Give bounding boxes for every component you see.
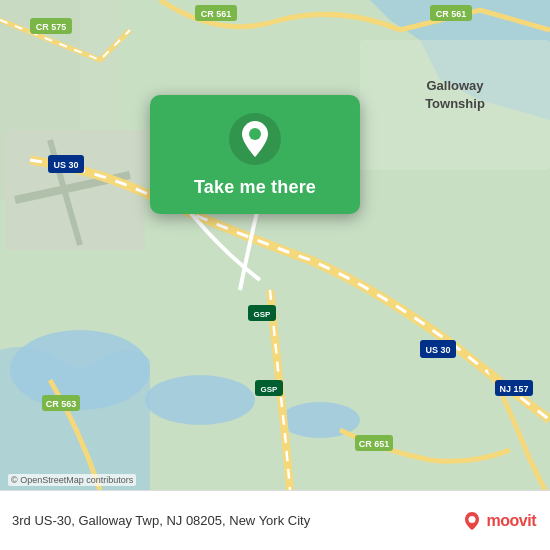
svg-text:US 30: US 30: [425, 345, 450, 355]
svg-text:CR 561: CR 561: [436, 9, 467, 19]
location-pin-icon: [229, 113, 281, 165]
svg-text:Township: Township: [425, 96, 485, 111]
svg-text:NJ 157: NJ 157: [499, 384, 528, 394]
svg-text:CR 575: CR 575: [36, 22, 67, 32]
address-text: 3rd US-30, Galloway Twp, NJ 08205, New Y…: [12, 513, 461, 528]
svg-text:Galloway: Galloway: [426, 78, 484, 93]
bottom-bar: 3rd US-30, Galloway Twp, NJ 08205, New Y…: [0, 490, 550, 550]
svg-point-2: [145, 375, 255, 425]
location-card: Take me there: [150, 95, 360, 214]
map-container: CR 575 CR 561 CR 561 US 30 US 30 GSP GSP…: [0, 0, 550, 490]
svg-text:GSP: GSP: [261, 385, 279, 394]
svg-text:CR 563: CR 563: [46, 399, 77, 409]
svg-text:GSP: GSP: [254, 310, 272, 319]
svg-text:CR 651: CR 651: [359, 439, 390, 449]
svg-point-34: [468, 516, 475, 523]
moovit-pin-icon: [461, 510, 483, 532]
osm-attribution: © OpenStreetMap contributors: [8, 474, 136, 486]
svg-text:US 30: US 30: [53, 160, 78, 170]
svg-point-33: [249, 128, 261, 140]
svg-text:CR 561: CR 561: [201, 9, 232, 19]
moovit-logo: moovit: [461, 510, 536, 532]
map-background: CR 575 CR 561 CR 561 US 30 US 30 GSP GSP…: [0, 0, 550, 490]
moovit-brand-text: moovit: [487, 512, 536, 530]
take-me-there-button[interactable]: Take me there: [194, 175, 316, 200]
